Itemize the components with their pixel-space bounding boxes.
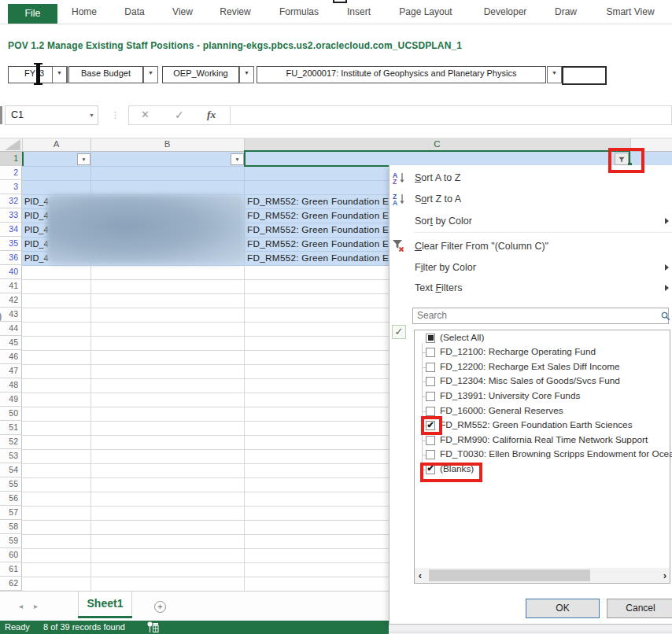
svg-text:A: A — [393, 199, 397, 206]
svg-text:Z: Z — [393, 178, 397, 185]
